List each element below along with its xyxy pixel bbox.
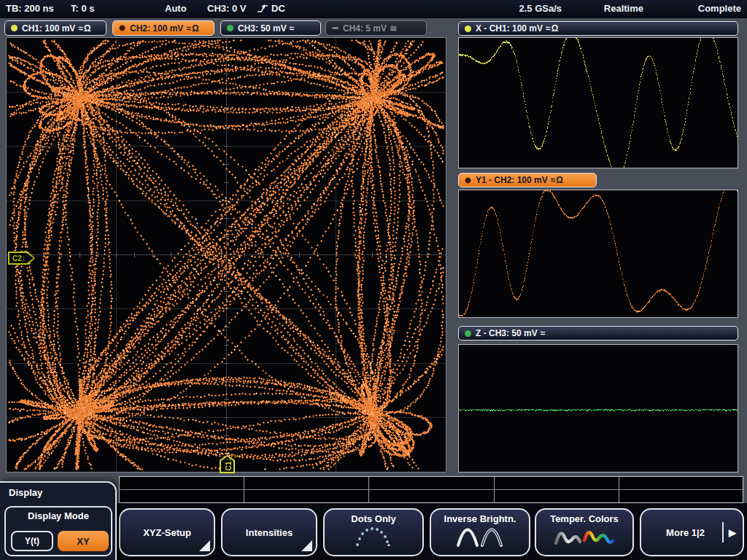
menu-button-dots-only[interactable]: Dots Only <box>323 508 424 556</box>
ch4-color-dash <box>332 27 338 29</box>
menu-button-more[interactable]: More 1|2 ▶ <box>640 508 744 556</box>
channel-tab-ch4[interactable]: CH4: 5 mV ≅ <box>325 20 427 36</box>
submenu-corner-icon <box>301 540 312 551</box>
dots-only-label: Dots Only <box>325 513 422 525</box>
signal-bar-strip <box>119 476 743 503</box>
more-right-arrow-icon: ▶ <box>729 527 736 538</box>
channel-tab-ch2[interactable]: CH2: 100 mV ≈Ω <box>112 20 214 36</box>
ch1-label: CH1: 100 mV <box>22 23 75 34</box>
marker-c1[interactable]: C1↓ <box>220 455 235 473</box>
intensities-label: Intensities <box>246 527 293 538</box>
y1-coupling-symbols: ≈Ω <box>551 175 564 185</box>
signal-header-z[interactable]: Z - CH3: 50 mV ≈ <box>458 326 738 341</box>
trigger-coupling-readout: DC <box>271 3 285 14</box>
ch1-color-dot <box>11 25 18 31</box>
ch3-label: CH3: 50 mV <box>238 23 287 34</box>
marker-c2[interactable]: C2↓ <box>8 252 35 265</box>
y1-trace-canvas <box>459 190 738 317</box>
submenu-corner-icon <box>199 540 210 551</box>
inverse-brightness-label: Inverse Brightn. <box>431 513 529 525</box>
menu-button-xyz-setup[interactable]: XYZ-Setup <box>119 508 215 556</box>
acquisition-mode-readout: Realtime <box>604 3 643 14</box>
x-trace-canvas <box>459 38 738 168</box>
ch3-coupling-symbols: ≈ <box>290 23 295 34</box>
more-label: More 1|2 <box>666 527 705 538</box>
xy-display[interactable]: C2↓ C1↓ <box>6 37 446 472</box>
display-mode-group: Display Mode Y(t) XY <box>4 506 112 556</box>
display-mode-yt-button[interactable]: Y(t) <box>11 531 53 551</box>
y1-color-dot <box>465 177 471 184</box>
more-divider <box>722 522 724 542</box>
z-trace-panel[interactable] <box>458 344 738 472</box>
acquisition-status-readout: Complete <box>698 3 741 14</box>
timebase-readout: TB: 200 ns <box>6 3 54 14</box>
trigger-rising-edge-icon <box>257 4 268 14</box>
inverse-brightness-icon <box>456 526 504 548</box>
ch2-label: CH2: 100 mV <box>130 23 183 34</box>
marker-c2-label: C2↓ <box>8 252 35 265</box>
ch2-coupling-symbols: ≈Ω <box>186 23 199 34</box>
signal-header-y1[interactable]: Y1 - CH2: 100 mV ≈Ω <box>458 173 597 187</box>
display-mode-xy-button[interactable]: XY <box>58 531 109 551</box>
channel-tab-ch1[interactable]: CH1: 100 mV ≈Ω <box>4 20 107 36</box>
channel-tab-ch3[interactable]: CH3: 50 mV ≈ <box>220 20 321 36</box>
ch1-coupling-symbols: ≈Ω <box>78 23 91 34</box>
marker-c1-label: C1↓ <box>218 456 236 472</box>
z-color-dot <box>465 330 471 337</box>
ch4-label: CH4: 5 mV <box>343 23 387 34</box>
ch3-color-dot <box>227 25 233 31</box>
display-mode-label: Display Mode <box>6 510 111 521</box>
trigger-source-readout: CH3: 0 V <box>207 3 246 14</box>
status-bar: TB: 200 ns T: 0 s Auto CH3: 0 V DC 2.5 G… <box>0 0 747 18</box>
ch4-coupling-symbols: ≅ <box>390 23 398 34</box>
dotted-arch-icon <box>353 526 394 546</box>
trigger-mode-readout: Auto <box>165 3 187 14</box>
z-coupling-symbols: ≈ <box>541 328 546 338</box>
ch2-color-dot <box>119 25 125 31</box>
menu-button-inverse-brightness[interactable]: Inverse Brightn. <box>430 508 530 556</box>
display-dialog-title: Display <box>0 483 115 498</box>
sample-rate-readout: 2.5 GSa/s <box>519 3 562 14</box>
y1-header-label: Y1 - CH2: 100 mV <box>476 175 548 185</box>
xyz-setup-label: XYZ-Setup <box>143 527 191 538</box>
temperature-colors-icon <box>554 526 615 548</box>
x-header-label: X - CH1: 100 mV <box>476 23 543 34</box>
time-readout: T: 0 s <box>71 3 95 14</box>
z-trace-canvas <box>459 345 738 472</box>
xy-canvas <box>7 38 446 472</box>
x-coupling-symbols: ≈Ω <box>546 23 559 34</box>
signal-header-x[interactable]: X - CH1: 100 mV ≈Ω <box>458 21 738 36</box>
menu-button-intensities[interactable]: Intensities <box>221 508 317 556</box>
y1-trace-panel[interactable] <box>458 190 738 318</box>
x-color-dot <box>465 26 471 32</box>
menu-button-temperature-colors[interactable]: Temper. Colors <box>535 508 634 556</box>
z-header-label: Z - CH3: 50 mV <box>476 328 538 338</box>
x-trace-panel[interactable] <box>458 37 738 168</box>
temperature-colors-label: Temper. Colors <box>536 513 632 525</box>
